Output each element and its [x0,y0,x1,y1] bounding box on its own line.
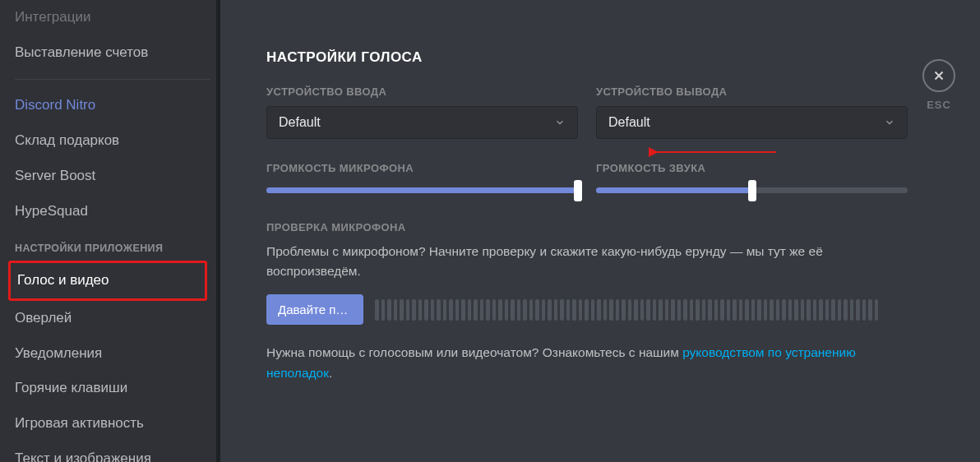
sidebar-item-integrations[interactable]: Интеграции [15,0,210,35]
vu-bar [474,299,478,321]
vu-bar [394,299,398,321]
vu-bar [677,299,682,321]
chevron-down-icon [884,117,895,128]
sidebar-item-hypesquad[interactable]: HypeSquad [15,194,210,229]
vu-bar [714,299,719,321]
divider [15,79,210,80]
vu-bar [431,299,435,321]
vu-bar [665,299,669,321]
settings-content: ESC Настройки голоса Устройство ввода De… [220,0,980,462]
vu-bar [727,299,731,321]
sidebar-item-overlay[interactable]: Оверлей [15,301,210,336]
vu-bar [560,299,564,321]
vu-bar [523,299,527,321]
mic-test-button[interactable]: Давайте пр... [266,294,363,325]
vu-bar [776,299,780,321]
vu-bar [659,299,663,321]
sidebar-item-game-activity[interactable]: Игровая активность [15,406,210,441]
sidebar-item-notifications[interactable]: Уведомления [15,336,210,372]
sidebar-item-billing[interactable]: Выставление счетов [15,35,210,71]
vu-bar [597,299,601,321]
vu-bar [609,299,613,321]
vu-bar [622,299,626,321]
output-volume-slider[interactable] [596,182,908,193]
sidebar-item-server-boost[interactable]: Server Boost [15,159,210,194]
vu-bar [653,299,657,321]
vu-bar [671,299,675,321]
vu-bar [548,299,552,321]
mic-test-description: Проблемы с микрофоном? Начните проверку … [266,242,908,281]
vu-bar [480,299,484,321]
input-device-label: Устройство ввода [266,85,578,98]
vu-bar [868,299,872,321]
vu-bar [683,299,687,321]
vu-bar [838,299,842,321]
settings-sidebar: Интеграции Выставление счетов Discord Ni… [0,0,220,462]
output-device-value: Default [608,115,650,130]
vu-bar [412,299,416,321]
output-volume-label: Громкость звука [596,162,908,174]
vu-bar [764,299,768,321]
mic-test-meter [375,299,908,321]
sidebar-item-gift-inventory[interactable]: Склад подарков [15,123,210,159]
help-text: Нужна помощь с голосовым или видеочатом?… [266,343,908,384]
vu-bar [542,299,546,321]
vu-bar [375,299,379,321]
vu-bar [856,299,860,321]
vu-bar [468,299,472,321]
vu-bar [566,299,571,321]
vu-bar [424,299,428,321]
vu-bar [585,299,589,321]
input-volume-label: Громкость микрофона [266,162,578,174]
vu-bar [591,299,595,321]
vu-bar [862,299,867,321]
vu-bar [751,299,756,321]
output-device-label: Устройство вывода [596,85,908,98]
input-volume-slider[interactable] [266,182,578,193]
vu-bar [770,299,774,321]
vu-bar [449,299,453,321]
vu-bar [387,299,391,321]
vu-bar [794,299,798,321]
vu-bar [782,299,786,321]
vu-bar [819,299,823,321]
vu-bar [634,299,638,321]
vu-bar [455,299,460,321]
chevron-down-icon [554,117,566,128]
vu-bar [437,299,441,321]
vu-bar [733,299,737,321]
sidebar-item-keybinds[interactable]: Горячие клавиши [15,371,210,406]
vu-bar [486,299,490,321]
help-prefix: Нужна помощь с голосовым или видеочатом?… [266,345,682,359]
vu-bar [825,299,830,321]
vu-bar [807,299,811,321]
close-panel: ESC [922,59,955,111]
sidebar-item-voice-video[interactable]: Голос и видео [16,266,200,295]
vu-bar [498,299,502,321]
vu-bar [616,299,620,321]
output-device-select[interactable]: Default [596,106,908,139]
close-button[interactable] [922,59,955,92]
input-device-value: Default [279,115,321,130]
vu-bar [400,299,404,321]
vu-bar [690,299,694,321]
vu-bar [702,299,706,321]
vu-bar [850,299,854,321]
vu-bar [517,299,521,321]
vu-bar [554,299,558,321]
vu-bar [381,299,386,321]
vu-bar [505,299,509,321]
help-suffix: . [329,366,332,380]
sidebar-item-nitro[interactable]: Discord Nitro [15,88,210,123]
vu-bar [461,299,465,321]
vu-bar [418,299,423,321]
vu-bar [640,299,645,321]
vu-bar [745,299,749,321]
vu-bar [739,299,743,321]
close-icon [931,68,946,83]
page-title: Настройки голоса [266,49,962,66]
vu-bar [813,299,817,321]
vu-bar [511,299,515,321]
sidebar-item-text-images[interactable]: Текст и изображения [15,441,210,462]
input-device-select[interactable]: Default [266,106,578,139]
